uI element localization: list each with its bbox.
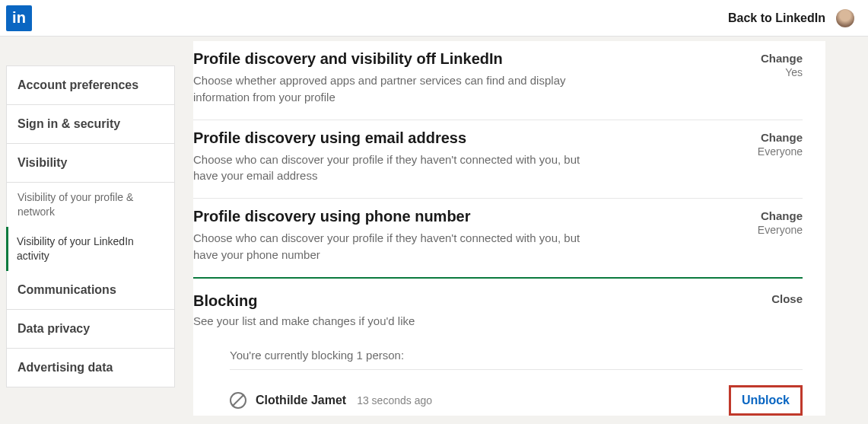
sidebar-item-sign-in-security[interactable]: Sign in & security: [6, 105, 175, 144]
blocked-name: Clothilde Jamet: [256, 394, 346, 407]
sidebar-item-account-preferences[interactable]: Account preferences: [6, 65, 175, 105]
blocking-list: You're currently blocking 1 person: Clot…: [193, 349, 803, 416]
setting-side: Change Everyone: [742, 208, 803, 236]
blocking-headings: Blocking See your list and make changes …: [193, 292, 415, 327]
setting-desc: Choose who can discover your profile if …: [193, 230, 604, 263]
sidebar-item-advertising-data[interactable]: Advertising data: [6, 349, 175, 387]
sidebar: Account preferences Sign in & security V…: [6, 65, 175, 416]
back-to-linkedin-link[interactable]: Back to LinkedIn: [728, 11, 825, 25]
blocked-time: 13 seconds ago: [357, 394, 432, 406]
setting-desc: Choose whether approved apps and partner…: [193, 72, 604, 106]
unblock-button[interactable]: Unblock: [742, 394, 790, 406]
blocking-section: Blocking See your list and make changes …: [193, 279, 803, 416]
setting-value: Yes: [742, 66, 803, 78]
setting-body: Profile discovery and visibility off Lin…: [193, 50, 719, 106]
blocked-row: Clothilde Jamet 13 seconds ago Unblock: [230, 370, 803, 416]
setting-title: Profile discovery using phone number: [193, 208, 719, 225]
container: Account preferences Sign in & security V…: [0, 37, 868, 416]
close-link[interactable]: Close: [771, 292, 803, 305]
setting-body: Profile discovery using phone number Cho…: [193, 208, 719, 263]
sidebar-item-visibility[interactable]: Visibility: [6, 144, 175, 183]
setting-row: Profile discovery and visibility off Lin…: [193, 41, 803, 120]
header: in Back to LinkedIn: [0, 0, 868, 37]
header-right: Back to LinkedIn: [728, 9, 854, 27]
blocking-title: Blocking: [193, 292, 415, 310]
change-link[interactable]: Change: [742, 209, 803, 222]
blocking-head: Blocking See your list and make changes …: [193, 292, 803, 327]
setting-title: Profile discovery using email address: [193, 129, 719, 147]
change-link[interactable]: Change: [742, 52, 803, 65]
sidebar-sub-linkedin-activity[interactable]: Visibility of your LinkedIn activity: [6, 227, 175, 271]
main-content: Profile discovery and visibility off Lin…: [193, 41, 825, 416]
blocking-count: You're currently blocking 1 person:: [230, 349, 803, 370]
sidebar-item-communications[interactable]: Communications: [6, 271, 175, 310]
setting-side: Change Everyone: [742, 129, 803, 158]
linkedin-logo[interactable]: in: [6, 5, 32, 31]
setting-value: Everyone: [742, 145, 803, 158]
sidebar-item-data-privacy[interactable]: Data privacy: [6, 310, 175, 349]
setting-title: Profile discovery and visibility off Lin…: [193, 50, 719, 68]
setting-body: Profile discovery using email address Ch…: [193, 129, 719, 185]
setting-value: Everyone: [742, 224, 803, 236]
block-icon: [230, 392, 246, 409]
unblock-highlight: Unblock: [729, 385, 803, 416]
sidebar-sub-profile-network[interactable]: Visibility of your profile & network: [6, 183, 175, 227]
avatar[interactable]: [836, 9, 854, 27]
setting-side: Change Yes: [742, 50, 803, 78]
blocking-subtitle: See your list and make changes if you'd …: [193, 314, 415, 327]
setting-row: Profile discovery using phone number Cho…: [193, 199, 803, 279]
setting-desc: Choose who can discover your profile if …: [193, 151, 604, 185]
change-link[interactable]: Change: [742, 131, 803, 144]
setting-row: Profile discovery using email address Ch…: [193, 120, 803, 199]
